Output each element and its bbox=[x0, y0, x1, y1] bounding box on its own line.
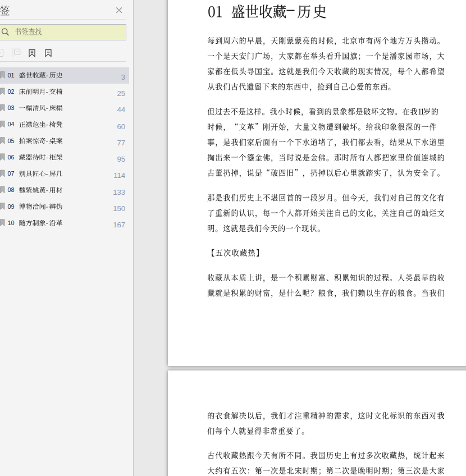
svg-text:05: 05 bbox=[8, 138, 15, 144]
svg-text:02: 02 bbox=[8, 88, 15, 95]
svg-text:150: 150 bbox=[113, 204, 125, 213]
svg-text:44: 44 bbox=[117, 106, 126, 114]
svg-text:10: 10 bbox=[8, 219, 15, 226]
svg-text:60: 60 bbox=[117, 122, 126, 131]
svg-text:25: 25 bbox=[117, 89, 126, 98]
svg-text:04: 04 bbox=[8, 121, 15, 127]
svg-text:133: 133 bbox=[113, 188, 125, 196]
svg-text:07: 07 bbox=[8, 170, 15, 177]
svg-text:114: 114 bbox=[113, 171, 125, 180]
svg-text:09: 09 bbox=[8, 203, 15, 210]
svg-text:06: 06 bbox=[8, 154, 15, 161]
svg-text:167: 167 bbox=[113, 221, 125, 229]
svg-text:01: 01 bbox=[8, 72, 15, 79]
svg-text:08: 08 bbox=[8, 186, 15, 193]
svg-text:03: 03 bbox=[8, 104, 15, 111]
svg-text:3: 3 bbox=[121, 73, 125, 81]
svg-text:95: 95 bbox=[117, 155, 126, 163]
svg-text:77: 77 bbox=[117, 139, 126, 147]
